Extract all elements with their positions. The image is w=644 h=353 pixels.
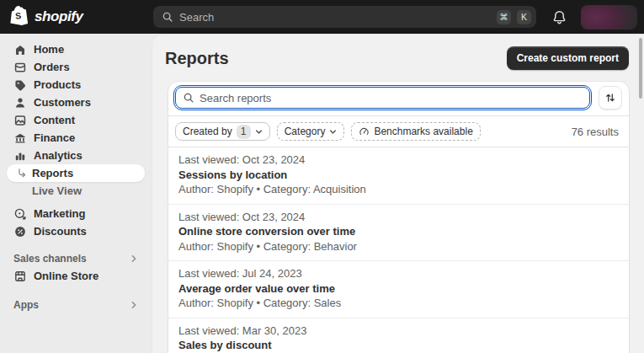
tag-icon [13,78,27,92]
sidebar-item-products[interactable]: Products [7,76,145,94]
filter-count-badge: 1 [237,125,251,139]
report-title: Online store conversion over time [178,224,619,239]
chevron-down-icon [329,128,337,136]
filter-label: Benchmarks available [374,126,472,137]
sort-arrows-icon [604,92,616,104]
sidebar-item-analytics[interactable]: Analytics [7,147,145,164]
person-icon [13,96,27,110]
search-icon [183,92,194,104]
sidebar-item-label: Reports [32,167,73,179]
sidebar-item-marketing[interactable]: Marketing [7,205,145,222]
report-meta: Author: Shopify • Category: Sales [178,296,619,311]
report-last-viewed: Last viewed: Oct 23, 2024 [178,210,619,225]
sidebar-item-online-store[interactable]: Online Store [7,267,145,285]
storefront-icon [13,270,27,283]
notifications-bell-icon[interactable] [551,9,567,25]
report-meta: Author: Shopify • Category: Acquisition [178,182,619,197]
sub-arrow-icon [17,168,27,179]
sidebar-item-home[interactable]: Home [7,40,145,58]
chevron-right-icon [130,301,138,309]
chevron-down-icon [255,128,263,136]
filter-label: Created by [183,126,232,137]
report-last-viewed: Last viewed: Oct 23, 2024 [178,152,619,168]
search-icon [162,11,173,23]
report-title: Sales by discount [178,338,619,353]
image-icon [13,114,27,127]
report-meta: Author: Shopify • Category: Behavior [178,239,619,254]
sidebar-section-apps[interactable]: Apps [7,297,145,313]
sidebar-item-label: Finance [34,131,75,144]
kbd-k: K [517,10,531,24]
sidebar-item-customers[interactable]: Customers [7,94,145,111]
sidebar-item-live-view[interactable]: Live View [7,182,145,200]
sidebar-item-label: Customers [34,96,91,109]
report-row-average-order-value[interactable]: Last viewed: Jul 24, 2023 Average order … [168,261,629,318]
store-avatar[interactable] [581,5,637,29]
discount-badge-icon [13,225,27,238]
svg-text:S: S [15,10,22,21]
page-title: Reports [165,49,229,68]
sidebar-item-label: Analytics [34,149,82,162]
kbd-cmd: ⌘ [497,10,511,24]
sidebar-item-discounts[interactable]: Discounts [7,222,145,240]
filter-category[interactable]: Category [277,122,345,141]
report-title: Sessions by location [178,168,619,183]
sidebar-item-label: Discounts [34,225,87,238]
report-row-sales-by-discount[interactable]: Last viewed: Mar 30, 2023 Sales by disco… [168,318,629,353]
report-title: Average order value over time [178,281,619,297]
orders-icon [13,61,27,74]
home-icon [13,43,27,56]
sidebar-nav: Home Orders Products [0,34,152,353]
sidebar-item-label: Home [34,43,64,56]
search-reports-input[interactable] [200,92,583,104]
sidebar-item-label: Marketing [34,207,85,220]
report-row-sessions-by-location[interactable]: Last viewed: Oct 23, 2024 Sessions by lo… [168,147,629,205]
filter-created-by[interactable]: Created by 1 [175,122,270,141]
topbar: S shopify Search ⌘ K [0,0,644,34]
filter-benchmarks-available[interactable]: Benchmarks available [351,122,480,141]
sidebar-item-label: Orders [34,61,70,73]
report-last-viewed: Last viewed: Mar 30, 2023 [178,324,619,339]
sidebar-item-finance[interactable]: Finance [7,129,145,147]
target-icon [13,207,27,221]
global-search-bar[interactable]: Search ⌘ K [153,6,536,28]
sidebar-item-label: Online Store [34,270,98,282]
shopify-logo[interactable]: S shopify [0,5,153,29]
section-label: Apps [13,299,39,311]
create-custom-report-button[interactable]: Create custom report [507,46,629,70]
sidebar-item-label: Products [34,78,81,91]
global-search-placeholder: Search [179,11,491,24]
sidebar-item-label: Live View [32,185,82,197]
shopify-bag-icon: S [10,5,29,29]
sidebar-item-orders[interactable]: Orders [7,58,145,76]
search-reports-field[interactable] [175,87,590,109]
sidebar-item-reports[interactable]: Reports [7,164,145,182]
sidebar-section-sales-channels[interactable]: Sales channels [7,250,145,267]
sidebar-item-content[interactable]: Content [7,111,145,129]
filter-label: Category [285,126,326,137]
results-count: 76 results [572,126,619,138]
section-label: Sales channels [13,253,87,265]
report-last-viewed: Last viewed: Jul 24, 2023 [178,266,619,281]
sort-button[interactable] [599,86,622,110]
shopify-wordmark: shopify [35,8,83,25]
report-row-online-store-conversion[interactable]: Last viewed: Oct 23, 2024 Online store c… [168,205,629,262]
reports-card: Created by 1 Category [168,82,629,353]
main-content: Reports Create custom report [152,34,644,353]
scrollbar-thumb[interactable] [639,38,642,99]
bank-icon [13,131,27,145]
bar-chart-icon [13,149,27,163]
sidebar-item-label: Content [34,114,75,126]
chevron-right-icon [130,254,138,263]
gauge-icon [359,126,370,137]
